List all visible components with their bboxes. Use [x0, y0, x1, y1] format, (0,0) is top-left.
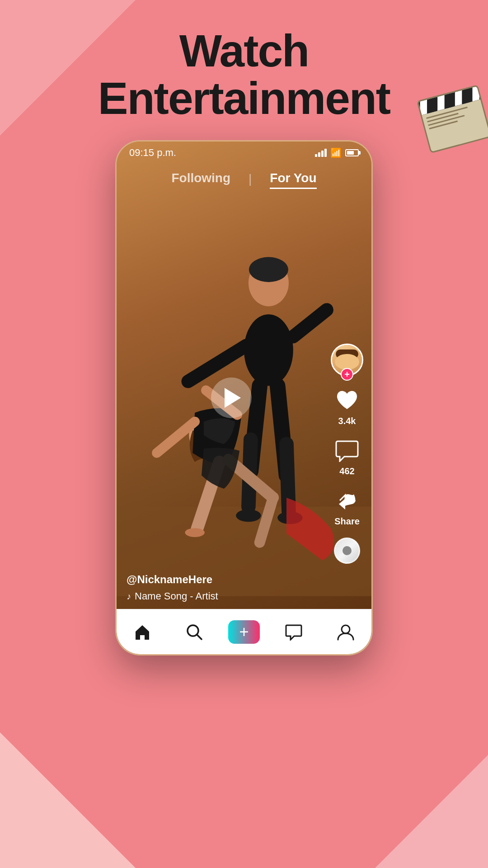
comment-icon	[335, 439, 359, 462]
nav-home[interactable]	[125, 619, 160, 645]
comment-button[interactable]	[334, 437, 360, 463]
nav-profile[interactable]	[328, 619, 363, 645]
svg-point-1	[244, 314, 293, 386]
svg-line-5	[293, 310, 327, 336]
search-icon	[186, 623, 203, 641]
bg-decoration-br	[375, 755, 488, 868]
status-time: 09:15 p.m.	[129, 147, 176, 159]
like-button[interactable]	[334, 387, 360, 413]
svg-line-4	[188, 345, 246, 381]
share-label: Share	[334, 516, 360, 527]
tab-divider: |	[249, 169, 252, 189]
creator-avatar[interactable]: +	[331, 344, 363, 376]
tab-for-you[interactable]: For You	[270, 169, 316, 189]
signal-icon	[315, 149, 327, 157]
svg-point-21	[342, 625, 350, 633]
song-name: Name Song - Artist	[135, 590, 218, 602]
wifi-icon: 📶	[330, 147, 342, 158]
nav-messages[interactable]	[276, 619, 311, 645]
share-action: Share	[334, 487, 360, 527]
comment-action: 462	[334, 437, 360, 476]
nav-add-button[interactable]: +	[228, 620, 260, 644]
svg-line-20	[197, 635, 202, 639]
like-count: 3.4k	[338, 416, 356, 426]
play-button[interactable]	[211, 377, 252, 418]
video-info: @NicknameHere ♪ Name Song - Artist	[127, 573, 331, 602]
status-bar: 09:15 p.m. 📶	[117, 142, 371, 164]
like-action: 3.4k	[334, 387, 360, 426]
comment-count: 462	[339, 466, 354, 476]
share-button[interactable]	[334, 487, 360, 514]
video-song: ♪ Name Song - Artist	[127, 590, 331, 602]
svg-line-13	[157, 422, 195, 453]
music-disc-inner	[343, 546, 352, 555]
svg-point-10	[236, 509, 261, 522]
phone-body: 09:15 p.m. 📶 Following | For You	[115, 140, 373, 656]
follow-plus-button[interactable]: +	[341, 368, 353, 381]
bottom-nav: +	[117, 609, 371, 654]
bg-decoration-bl	[0, 732, 136, 868]
svg-point-18	[185, 528, 205, 537]
nav-search[interactable]	[177, 619, 212, 645]
play-icon	[225, 388, 241, 408]
phone-mockup: 09:15 p.m. 📶 Following | For You	[0, 140, 488, 656]
tab-following[interactable]: Following	[171, 169, 230, 189]
music-note-icon: ♪	[127, 591, 131, 602]
nav-tabs: Following | For You	[117, 164, 371, 193]
add-icon: +	[239, 623, 249, 642]
battery-icon	[345, 149, 359, 156]
home-icon	[134, 623, 151, 641]
share-icon	[335, 489, 359, 512]
svg-point-3	[249, 257, 288, 282]
messages-icon	[285, 623, 302, 641]
video-username: @NicknameHere	[127, 573, 331, 586]
heart-icon	[335, 389, 359, 411]
right-actions: + 3.4k 462	[331, 344, 363, 564]
page-header: Watch Entertainment	[0, 0, 488, 140]
music-disc[interactable]	[334, 538, 360, 564]
page-title-text: Watch Entertainment	[0, 27, 488, 122]
profile-icon	[337, 623, 354, 641]
status-icons: 📶	[315, 147, 359, 158]
